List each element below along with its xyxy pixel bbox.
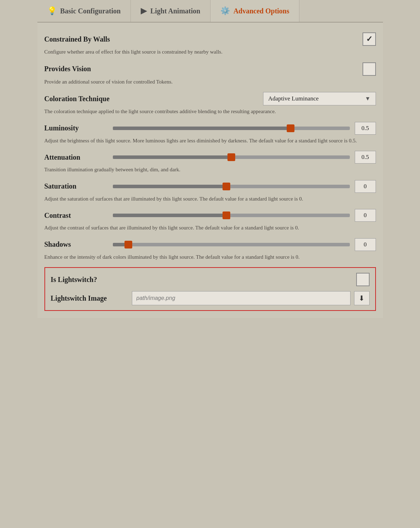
shadows-thumb[interactable] xyxy=(124,241,132,248)
lightswitch-image-row: Lightswitch Image ⬇ xyxy=(51,291,370,305)
saturation-row: Saturation 0 xyxy=(44,180,376,193)
tab-animation[interactable]: ▶ Light Animation xyxy=(131,0,211,22)
attenuation-desc: Transition illumination gradually betwee… xyxy=(44,166,376,174)
shadows-row: Shadows 0 xyxy=(44,238,376,251)
contrast-desc: Adjust the contrast of surfaces that are… xyxy=(44,224,376,232)
contrast-slider[interactable] xyxy=(113,214,350,217)
gear-icon: ⚙️ xyxy=(220,6,230,16)
coloration-technique-desc: The coloration technique applied to the … xyxy=(44,108,376,116)
tab-basic-label: Basic Configuration xyxy=(60,7,121,15)
lightswitch-image-input[interactable] xyxy=(132,291,351,305)
saturation-fill xyxy=(113,185,227,188)
play-icon: ▶ xyxy=(141,6,147,16)
tab-advanced-label: Advanced Options xyxy=(233,7,289,15)
tab-basic[interactable]: 💡 Basic Configuration xyxy=(37,0,131,22)
tab-bar: 💡 Basic Configuration ▶ Light Animation … xyxy=(37,0,383,23)
constrained-by-walls-row: Constrained By Walls xyxy=(44,32,376,46)
tab-animation-label: Light Animation xyxy=(150,7,200,15)
lightswitch-label: Is Lightswitch? xyxy=(51,276,97,284)
coloration-technique-row: Coloration Technique Adaptive Luminance … xyxy=(44,92,376,105)
lightswitch-row: Is Lightswitch? xyxy=(51,273,370,286)
shadows-label: Shadows xyxy=(44,240,108,248)
file-browse-button[interactable]: ⬇ xyxy=(354,291,370,305)
attenuation-thumb[interactable] xyxy=(227,153,235,161)
luminosity-fill xyxy=(113,127,291,130)
saturation-thumb[interactable] xyxy=(223,183,230,190)
provides-vision-desc: Provide an additional source of vision f… xyxy=(44,78,376,86)
attenuation-slider[interactable] xyxy=(113,155,350,159)
contrast-fill xyxy=(113,214,227,217)
tab-advanced[interactable]: ⚙️ Advanced Options xyxy=(211,0,299,22)
chevron-down-icon: ▼ xyxy=(365,96,371,102)
attenuation-value[interactable]: 0.5 xyxy=(355,151,376,164)
saturation-slider[interactable] xyxy=(113,185,350,188)
luminosity-thumb[interactable] xyxy=(287,124,294,132)
contrast-row: Contrast 0 xyxy=(44,209,376,222)
luminosity-row: Luminosity 0.5 xyxy=(44,122,376,135)
constrained-by-walls-desc: Configure whether area of effect for thi… xyxy=(44,48,376,56)
coloration-technique-label: Coloration Technique xyxy=(44,95,110,103)
lightswitch-checkbox[interactable] xyxy=(356,273,370,286)
provides-vision-checkbox[interactable] xyxy=(363,62,376,76)
provides-vision-row: Provides Vision xyxy=(44,62,376,76)
contrast-value[interactable]: 0 xyxy=(355,209,376,222)
contrast-label: Contrast xyxy=(44,211,108,220)
saturation-desc: Adjust the saturation of surfaces that a… xyxy=(44,195,376,203)
lightswitch-image-label: Lightswitch Image xyxy=(51,294,128,302)
attenuation-row: Attenuation 0.5 xyxy=(44,151,376,164)
luminosity-slider[interactable] xyxy=(113,127,350,130)
shadows-fill xyxy=(113,243,125,246)
provides-vision-label: Provides Vision xyxy=(44,65,91,73)
lightswitch-section: Is Lightswitch? Lightswitch Image ⬇ xyxy=(44,267,376,311)
saturation-value[interactable]: 0 xyxy=(355,180,376,193)
coloration-technique-dropdown[interactable]: Adaptive Luminance ▼ xyxy=(263,92,376,105)
luminosity-desc: Adjust the brightness of this light sour… xyxy=(44,137,376,145)
attenuation-fill xyxy=(113,155,231,159)
coloration-technique-value: Adaptive Luminance xyxy=(268,95,319,102)
saturation-label: Saturation xyxy=(44,182,108,190)
content-area: Constrained By Walls Configure whether a… xyxy=(37,23,383,318)
luminosity-value[interactable]: 0.5 xyxy=(355,122,376,135)
contrast-thumb[interactable] xyxy=(223,211,230,219)
constrained-by-walls-checkbox[interactable] xyxy=(363,32,376,46)
shadows-desc: Enhance or the intensity of dark colors … xyxy=(44,253,376,261)
luminosity-label: Luminosity xyxy=(44,124,108,132)
lightbulb-icon: 💡 xyxy=(47,6,57,16)
constrained-by-walls-label: Constrained By Walls xyxy=(44,35,110,43)
shadows-slider[interactable] xyxy=(113,243,350,246)
attenuation-label: Attenuation xyxy=(44,153,108,161)
file-import-icon: ⬇ xyxy=(359,294,365,302)
shadows-value[interactable]: 0 xyxy=(355,238,376,251)
